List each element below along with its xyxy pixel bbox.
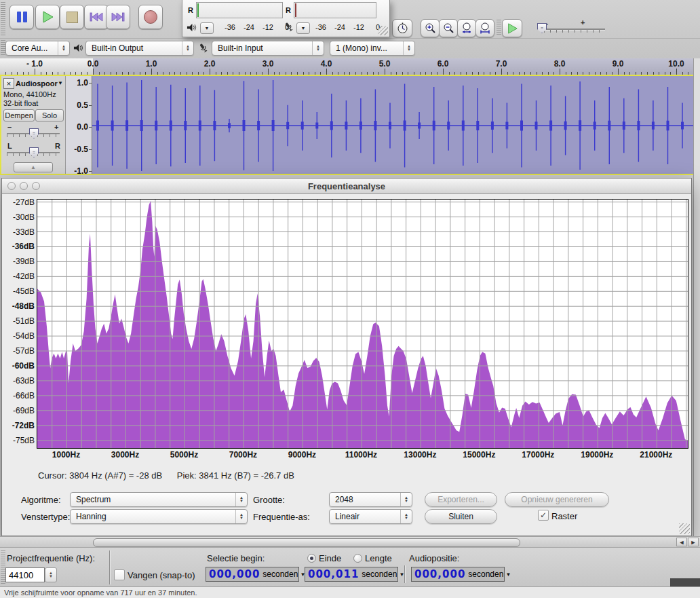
length-radio-label: Lengte [365, 553, 392, 563]
fast-forward-button[interactable] [106, 5, 130, 29]
length-radio[interactable] [353, 554, 362, 563]
size-label: Grootte: [253, 495, 285, 505]
end-radio[interactable] [307, 554, 316, 563]
transcription-toolbar-grip[interactable] [497, 20, 501, 35]
window-type-value: Hanning [76, 512, 106, 521]
size-value: 2048 [335, 495, 353, 504]
selection-end-digits: 000,011 [308, 568, 359, 580]
waveform-display[interactable] [92, 76, 695, 174]
selection-end-timefield[interactable]: 000,011 seconden ▼ [305, 567, 398, 582]
track-collapse-button[interactable]: ▲ [14, 162, 53, 172]
pause-icon [17, 12, 21, 22]
close-dialog-button[interactable]: Sluiten [425, 509, 497, 524]
dialog-resize-grip[interactable] [679, 523, 690, 534]
playback-speed-slider-ticks [544, 30, 605, 33]
gain-minus-label: – [7, 123, 12, 131]
pause-button[interactable] [9, 5, 34, 29]
vruler-label: 0.5 [77, 100, 88, 110]
selection-start-timefield[interactable]: 000,000 seconden ▼ [206, 567, 299, 582]
dropdown-arrow-icon: ▼ [505, 572, 511, 578]
audio-position-label: Audiopositie: [409, 553, 459, 563]
play-button[interactable] [35, 5, 60, 29]
window-close-button[interactable] [7, 182, 16, 190]
export-button[interactable]: Exporteren... [425, 492, 497, 507]
input-channels-value: 1 (Mono) inv... [336, 43, 387, 53]
meter-toolbar-resize-grip[interactable] [378, 26, 388, 35]
check-icon: ✓ [540, 510, 547, 520]
track-vertical-ruler[interactable]: 1.00.50.0-0.5-1.0 [66, 76, 92, 174]
fit-project-icon [479, 22, 491, 35]
fit-selection-button[interactable] [457, 19, 476, 37]
spectrum-plot[interactable] [37, 199, 688, 449]
window-zoom-button[interactable] [32, 182, 40, 190]
dialog-title-bar[interactable]: Frequentieanalyse [2, 179, 691, 194]
meter-scale-label: -24 [334, 23, 345, 31]
audio-position-timefield[interactable]: 000,000 seconden ▼ [411, 567, 505, 582]
hz-tick-label: 9000Hz [288, 450, 316, 460]
pan-left-label: L [7, 142, 12, 150]
output-meter[interactable] [196, 2, 283, 18]
vertical-scrollbar[interactable] [693, 58, 700, 536]
rewind-button[interactable] [84, 5, 109, 29]
scroll-left-button[interactable]: ◄ [676, 538, 687, 546]
output-device-value: Built-in Output [92, 43, 143, 53]
fit-project-button[interactable] [475, 19, 494, 37]
db-tick-label: -66dB [13, 391, 35, 400]
db-tick-label: -60dB [12, 361, 35, 371]
size-select[interactable]: 2048 ▲▼ [329, 492, 412, 507]
zoom-out-icon [442, 22, 454, 35]
window-type-select[interactable]: Hanning ▲▼ [70, 509, 248, 524]
db-axis-labels: -27dB-30dB-33dB-36dB-39dB-42dB-45dB-48dB… [2, 199, 36, 447]
project-rate-input[interactable]: 44100 [5, 567, 45, 582]
timeline-label: 2.0 [204, 59, 216, 69]
vruler-label: -0.5 [74, 145, 88, 154]
timeline-ruler[interactable]: - 1.00.01.02.03.04.05.06.07.08.09.010.0 [0, 58, 693, 75]
project-rate-stepper[interactable]: ▲▼ [45, 567, 57, 582]
audio-host-select[interactable]: Core Au... ▲▼ [5, 41, 70, 56]
timeline-tick [151, 69, 152, 75]
dropdown-arrow-icon: ▼ [58, 80, 63, 86]
stop-button[interactable] [60, 5, 84, 29]
horizontal-scrollbar-thumb[interactable] [93, 538, 520, 547]
db-tick-label: -57dB [13, 346, 35, 356]
project-rate-label: Projectfrequentie (Hz): [7, 553, 95, 563]
input-channels-select[interactable]: 1 (Mono) inv... ▲▼ [330, 41, 415, 56]
end-radio-label: Einde [319, 553, 341, 563]
pan-right-label: R [55, 142, 60, 150]
zoom-in-button[interactable] [421, 19, 440, 37]
grid-checkbox[interactable]: ✓ [538, 510, 549, 521]
input-meter[interactable] [294, 2, 376, 18]
record-button[interactable] [138, 5, 163, 29]
audio-track: × Audiospoor ▼ Mono, 44100Hz 32-bit floa… [0, 75, 695, 175]
axis-select[interactable]: Lineair ▲▼ [329, 509, 412, 524]
db-tick-label: -51dB [13, 316, 35, 326]
zoom-out-button[interactable] [439, 19, 458, 37]
selection-end-unit: seconden [362, 569, 397, 579]
horizontal-scrollbar[interactable]: ◄ ► [0, 536, 700, 547]
output-meter-zero-line [197, 3, 199, 17]
timer-button[interactable] [392, 19, 412, 37]
input-device-select[interactable]: Built-in Input ▲▼ [212, 41, 324, 56]
algorithm-select[interactable]: Spectrum ▲▼ [70, 492, 248, 507]
window-minimize-button[interactable] [20, 182, 28, 190]
track-title-menu[interactable]: Audiospoor ▼ [16, 78, 63, 88]
regenerate-button[interactable]: Opnieuw genereren [505, 492, 609, 507]
input-meter-scale: -36-24-120 [277, 23, 386, 33]
track-close-button[interactable]: × [3, 78, 14, 89]
play-at-speed-button[interactable] [502, 19, 522, 37]
snap-checkbox[interactable] [114, 569, 125, 580]
db-tick-label: -33dB [13, 227, 35, 237]
scroll-right-button[interactable]: ► [688, 538, 699, 546]
meter-scale-label: -24 [244, 23, 254, 31]
timeline-label: 10.0 [668, 59, 684, 69]
mute-button[interactable]: Dempen [3, 109, 35, 122]
grid-checkbox-label: Raster [551, 511, 577, 521]
vruler-tick [89, 127, 92, 128]
solo-label: Solo [42, 111, 57, 119]
db-tick-label: -75dB [13, 436, 35, 445]
selection-toolbar-grip[interactable] [1, 550, 5, 584]
timeline-label: 3.0 [262, 59, 274, 69]
solo-button[interactable]: Solo [35, 109, 64, 122]
output-device-select[interactable]: Built-in Output ▲▼ [85, 41, 194, 56]
timeline-label: - 1.0 [26, 59, 43, 69]
